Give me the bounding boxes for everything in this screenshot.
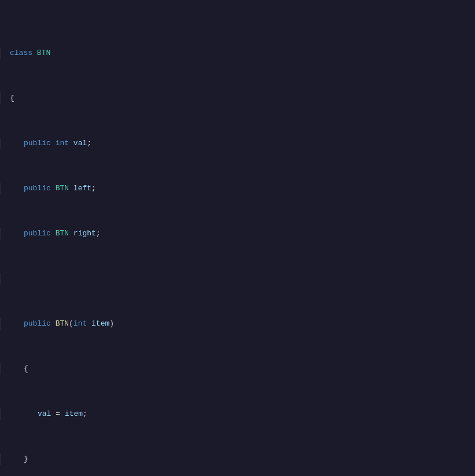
code-line: val = item; (0, 408, 475, 420)
code-line: class BTN (0, 47, 475, 59)
code-content: class BTN { public int val; public BTN l… (0, 0, 475, 476)
code-line: public BTN right; (0, 228, 475, 239)
code-line: public BTN left; (0, 183, 475, 194)
code-line (0, 273, 475, 285)
code-line: public int val; (0, 138, 475, 149)
code-line: { (0, 93, 475, 104)
code-line: } (0, 453, 475, 465)
code-editor: class BTN { public int val; public BTN l… (0, 0, 475, 476)
code-line: { (0, 363, 475, 375)
code-line: public BTN(int item) (0, 318, 475, 330)
